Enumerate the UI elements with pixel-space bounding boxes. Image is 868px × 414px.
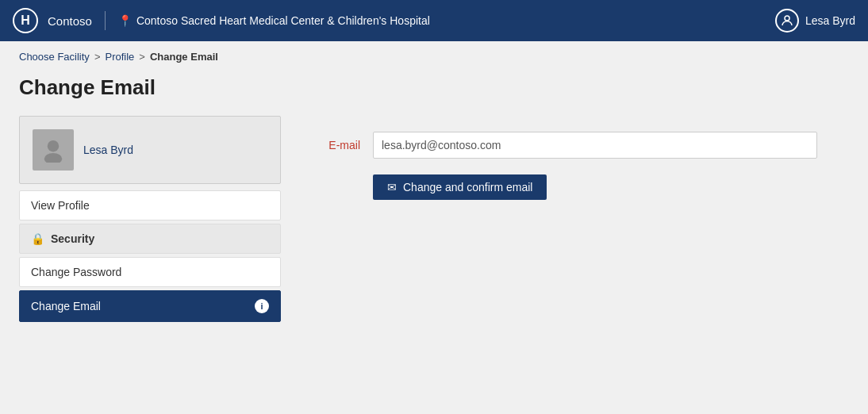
sidebar: Lesa Byrd View Profile 🔒 Security Change… xyxy=(19,116,281,325)
facility-name: Contoso Sacred Heart Medical Center & Ch… xyxy=(136,14,430,27)
breadcrumb-profile[interactable]: Profile xyxy=(105,51,134,63)
sidebar-item-view-profile[interactable]: View Profile xyxy=(19,190,281,220)
header-right: Lesa Byrd xyxy=(775,9,855,33)
breadcrumb-current: Change Email xyxy=(150,51,218,63)
main-layout: Lesa Byrd View Profile 🔒 Security Change… xyxy=(19,116,849,325)
email-input[interactable] xyxy=(373,132,817,159)
facility-info: 📍 Contoso Sacred Heart Medical Center & … xyxy=(118,14,430,27)
brand-name: Contoso xyxy=(48,14,92,28)
breadcrumb: Choose Facility > Profile > Change Email xyxy=(19,51,849,63)
avatar xyxy=(33,129,74,171)
sidebar-item-change-password[interactable]: Change Password xyxy=(19,257,281,287)
header-left: H Contoso 📍 Contoso Sacred Heart Medical… xyxy=(13,8,430,33)
user-avatar xyxy=(775,9,799,33)
breadcrumb-sep-2: > xyxy=(139,51,145,63)
content-wrapper: Choose Facility > Profile > Change Email… xyxy=(0,41,868,414)
breadcrumb-sep-1: > xyxy=(94,51,101,63)
app-header: H Contoso 📍 Contoso Sacred Heart Medical… xyxy=(0,0,868,41)
page-title: Change Email xyxy=(19,75,849,100)
envelope-icon: ✉ xyxy=(387,181,397,194)
svg-point-1 xyxy=(48,140,59,151)
lock-icon: 🔒 xyxy=(31,232,44,245)
form-area: E-mail ✉ Change and confirm email xyxy=(297,116,849,200)
sidebar-user-name: Lesa Byrd xyxy=(83,144,133,156)
email-label: E-mail xyxy=(313,139,360,151)
info-icon: i xyxy=(260,301,263,311)
email-row: E-mail xyxy=(313,132,849,159)
app-logo: H xyxy=(13,8,38,33)
confirm-email-button[interactable]: ✉ Change and confirm email xyxy=(373,174,547,200)
svg-point-0 xyxy=(785,16,789,21)
user-card: Lesa Byrd xyxy=(19,116,281,184)
sidebar-section-security: 🔒 Security xyxy=(19,224,281,254)
breadcrumb-choose-facility[interactable]: Choose Facility xyxy=(19,51,90,63)
info-badge: i xyxy=(255,299,269,313)
user-name: Lesa Byrd xyxy=(805,14,855,27)
sidebar-item-change-email[interactable]: Change Email i xyxy=(19,290,281,322)
header-divider xyxy=(105,11,106,30)
location-icon: 📍 xyxy=(118,14,132,27)
svg-point-2 xyxy=(44,153,62,163)
